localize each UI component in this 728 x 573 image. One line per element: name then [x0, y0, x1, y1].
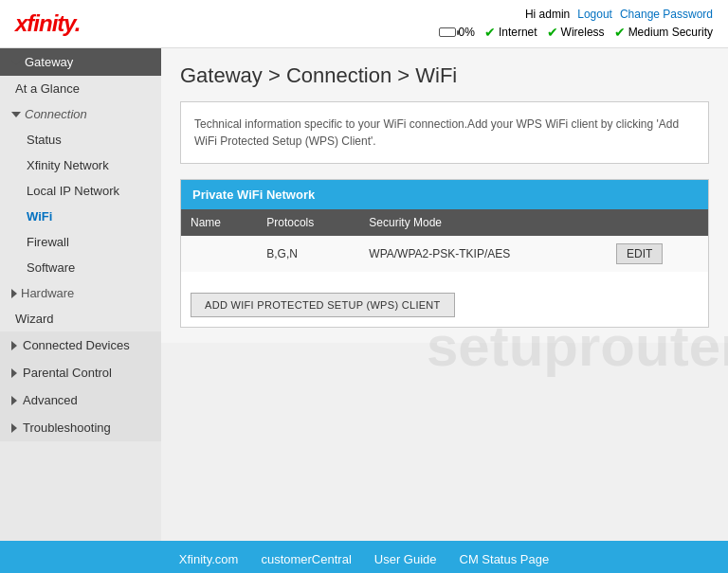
software-label: Software: [27, 260, 75, 275]
footer: Xfinity.com customerCentral User Guide C…: [0, 541, 728, 573]
parental-control-expand-icon: [11, 368, 17, 378]
sidebar-item-status[interactable]: Status: [0, 127, 161, 152]
edit-button[interactable]: EDIT: [616, 243, 663, 264]
page-title: Gateway > Connection > WiFi: [180, 63, 709, 88]
col-header-name: Name: [181, 209, 257, 236]
wireless-label: Wireless: [561, 26, 605, 39]
xfinity-logo: xfinity.: [15, 10, 80, 37]
footer-link-cm-status[interactable]: CM Status Page: [460, 552, 550, 566]
hardware-label: Hardware: [21, 286, 74, 300]
security-label: Medium Security: [628, 26, 713, 39]
security-status: ✔ Medium Security: [614, 25, 713, 40]
sidebar-item-xfinity-network[interactable]: Xfinity Network: [0, 152, 161, 178]
battery-icon: [439, 27, 456, 37]
sidebar-item-wizard[interactable]: Wizard: [0, 306, 161, 331]
footer-link-user-guide[interactable]: User Guide: [374, 552, 437, 566]
header: xfinity. Hi admin Logout Change Password…: [0, 0, 728, 48]
sidebar: Gateway At a Glance Connection Status Xf…: [0, 48, 161, 541]
sidebar-troubleshooting[interactable]: Troubleshooting: [0, 414, 161, 441]
footer-link-xfinity[interactable]: Xfinity.com: [179, 552, 239, 566]
col-header-security: Security Mode: [359, 209, 607, 236]
info-text: Technical information specific to your W…: [194, 117, 679, 148]
footer-link-customer-central[interactable]: customerCentral: [261, 552, 351, 566]
troubleshooting-label: Troubleshooting: [23, 421, 111, 435]
cell-protocols: B,G,N: [257, 236, 359, 272]
wizard-label: Wizard: [15, 312, 53, 326]
table-header-row: Name Protocols Security Mode: [181, 209, 708, 236]
sidebar-item-software[interactable]: Software: [0, 255, 161, 280]
internet-status: ✔ Internet: [484, 25, 537, 40]
sidebar-gateway-label: Gateway: [25, 55, 73, 69]
cell-name: [181, 236, 257, 272]
advanced-label: Advanced: [23, 393, 78, 407]
gateway-expand-icon: [11, 60, 21, 65]
header-status-row: 0% ✔ Internet ✔ Wireless ✔ Medium Securi…: [439, 25, 713, 40]
content-area: Gateway > Connection > WiFi Technical in…: [161, 48, 728, 343]
hardware-expand-icon: [11, 289, 17, 298]
wireless-check-icon: ✔: [547, 25, 558, 40]
col-header-protocols: Protocols: [257, 209, 359, 236]
logout-link[interactable]: Logout: [577, 8, 612, 21]
wifi-section: Private WiFi Network Name Protocols Secu…: [180, 179, 709, 328]
xfinity-network-label: Xfinity Network: [27, 158, 109, 172]
sidebar-parental-control[interactable]: Parental Control: [0, 359, 161, 386]
footer-links: Xfinity.com customerCentral User Guide C…: [0, 552, 728, 566]
col-header-action: [607, 209, 708, 236]
sidebar-item-firewall[interactable]: Firewall: [0, 229, 161, 255]
status-label: Status: [27, 133, 62, 147]
firewall-label: Firewall: [27, 235, 69, 249]
wifi-section-header: Private WiFi Network: [181, 180, 708, 209]
sidebar-connected-devices[interactable]: Connected Devices: [0, 331, 161, 359]
local-ip-network-label: Local IP Network: [27, 184, 119, 198]
header-top-row: Hi admin Logout Change Password: [525, 8, 713, 21]
main-layout: Gateway At a Glance Connection Status Xf…: [0, 48, 728, 541]
connected-devices-expand-icon: [11, 341, 17, 350]
sidebar-connection-header[interactable]: Connection: [0, 101, 161, 127]
security-check-icon: ✔: [614, 25, 626, 40]
sidebar-item-local-ip-network[interactable]: Local IP Network: [0, 178, 161, 204]
change-password-link[interactable]: Change Password: [620, 8, 713, 21]
sidebar-hardware-header[interactable]: Hardware: [0, 280, 161, 306]
wifi-label: WiFi: [27, 209, 52, 224]
wireless-status: ✔ Wireless: [547, 25, 605, 40]
table-row: B,G,N WPA/WPA2-PSK-TKIP/AES EDIT: [181, 236, 708, 272]
hi-admin-label: Hi admin: [525, 8, 570, 21]
connection-expand-icon: [11, 112, 21, 117]
battery-status: 0%: [439, 26, 475, 39]
troubleshooting-expand-icon: [11, 423, 17, 433]
sidebar-item-at-a-glance[interactable]: At a Glance: [0, 76, 161, 101]
cell-edit: EDIT: [607, 236, 708, 272]
section-title: Private WiFi Network: [192, 188, 315, 202]
header-right: Hi admin Logout Change Password 0% ✔ Int…: [439, 8, 713, 40]
info-box: Technical information specific to your W…: [180, 101, 709, 164]
sidebar-advanced[interactable]: Advanced: [0, 386, 161, 414]
parental-control-label: Parental Control: [23, 366, 112, 380]
internet-check-icon: ✔: [484, 25, 496, 40]
sidebar-item-wifi[interactable]: WiFi: [0, 204, 161, 229]
wps-button[interactable]: ADD WIFI PROTECTED SETUP (WPS) CLIENT: [191, 293, 455, 317]
at-a-glance-label: At a Glance: [15, 81, 80, 96]
sidebar-gateway-header[interactable]: Gateway: [0, 48, 161, 76]
wps-button-area: ADD WIFI PROTECTED SETUP (WPS) CLIENT: [181, 272, 708, 327]
advanced-expand-icon: [11, 396, 17, 405]
connection-label: Connection: [25, 107, 87, 121]
connected-devices-label: Connected Devices: [23, 338, 130, 352]
wifi-table: Name Protocols Security Mode B,G,N WPA/W…: [181, 209, 708, 272]
content-wrapper: Gateway > Connection > WiFi Technical in…: [161, 48, 728, 541]
internet-label: Internet: [499, 26, 537, 39]
cell-security: WPA/WPA2-PSK-TKIP/AES: [359, 236, 607, 272]
battery-percent: 0%: [459, 26, 475, 39]
logo-area: xfinity.: [15, 10, 80, 37]
